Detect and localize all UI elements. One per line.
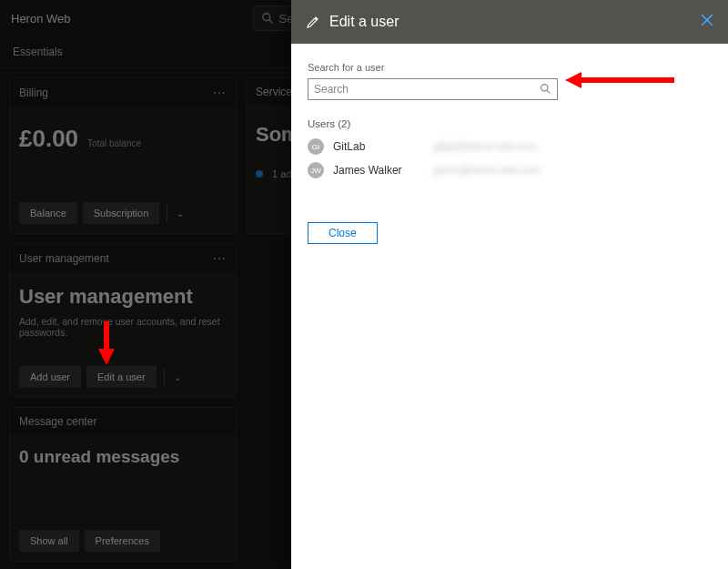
avatar: JW [308,162,324,178]
user-row[interactable]: GI GitLab gitlab@heron-web.com [308,135,712,158]
svg-point-4 [541,85,548,91]
flyout-header: Edit a user [291,0,728,44]
pencil-icon [306,15,320,29]
close-icon[interactable] [701,14,713,30]
annotation-arrow-icon [102,321,111,365]
user-email: james@heron-web.com [433,164,540,177]
svg-line-5 [547,90,550,93]
user-name: GitLab [333,140,424,153]
avatar: GI [308,138,324,155]
search-icon [540,83,551,97]
search-user-input[interactable] [308,78,558,100]
user-name: James Walker [333,164,424,177]
user-list-label: Users (2) [308,118,712,129]
edit-user-flyout: Edit a user Search for a user Users (2) … [291,0,728,569]
flyout-title: Edit a user [329,14,692,30]
user-email: gitlab@heron-web.com [433,140,537,153]
close-button[interactable]: Close [308,222,378,244]
search-user-label: Search for a user [308,62,712,73]
user-row[interactable]: JW James Walker james@heron-web.com [308,158,712,182]
annotation-arrow-icon [565,76,674,85]
